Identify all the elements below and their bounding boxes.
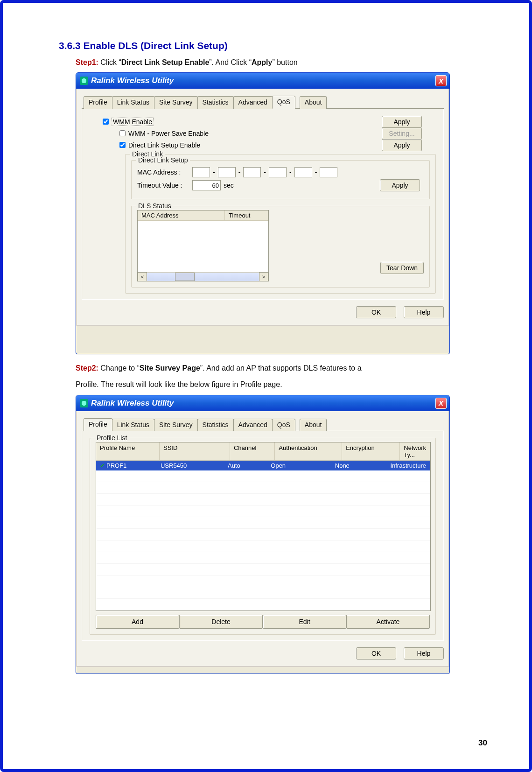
- profile-table-header: Profile Name SSID Channel Authentication…: [96, 442, 430, 461]
- wmm-apply-button[interactable]: Apply: [382, 116, 422, 128]
- wmm-enable-row: WMM Enable Apply: [101, 117, 436, 126]
- wmm-ps-label: WMM - Power Save Enable: [128, 130, 209, 137]
- tab-qos[interactable]: QoS: [272, 96, 295, 109]
- dls-status-body: [138, 221, 268, 272]
- profile-list-group: Profile List Profile Name SSID Channel A…: [90, 438, 436, 635]
- col-profile-name[interactable]: Profile Name: [96, 442, 160, 460]
- wmm-ps-checkbox[interactable]: [119, 130, 126, 136]
- tab-site-survey[interactable]: Site Survey: [154, 96, 198, 109]
- col-ssid[interactable]: SSID: [160, 442, 230, 460]
- timeout-label: Timeout Value :: [137, 182, 189, 189]
- edit-button[interactable]: Edit: [263, 615, 346, 629]
- mac-4-input[interactable]: [269, 167, 287, 177]
- tab-statistics[interactable]: Statistics: [197, 419, 234, 431]
- help-button[interactable]: Help: [404, 306, 444, 318]
- tab-link-status[interactable]: Link Status: [112, 419, 154, 431]
- tab-advanced[interactable]: Advanced: [233, 419, 273, 431]
- profile-table[interactable]: Profile Name SSID Channel Authentication…: [96, 442, 431, 611]
- step2-text: Step2: Change to “Site Survey Page”. And…: [76, 362, 487, 374]
- close-button[interactable]: X: [435, 398, 447, 409]
- mac-6-input[interactable]: [320, 167, 337, 177]
- mac-address-label: MAC Address :: [137, 168, 189, 176]
- mac-5-input[interactable]: [294, 167, 312, 177]
- direct-link-setup-group: Direct Link Setup MAC Address : - - - - …: [131, 160, 430, 199]
- dls-apply-button[interactable]: Apply: [382, 139, 422, 151]
- step1-text: Step1: Click “Direct Link Setup Enable”.…: [76, 56, 487, 69]
- window-title: Ralink Wireless Utility: [91, 76, 174, 85]
- tab-profile[interactable]: Profile: [84, 96, 112, 109]
- wmm-enable-label: WMM Enable: [112, 118, 154, 126]
- step2-label: Step2:: [76, 364, 98, 372]
- close-button[interactable]: X: [435, 75, 447, 86]
- col-encryption[interactable]: Encryption: [342, 442, 400, 460]
- wmm-enable-checkbox[interactable]: [103, 119, 109, 125]
- ok-button[interactable]: OK: [356, 306, 396, 318]
- wmm-ps-row: WMM - Power Save Enable Setting...: [118, 129, 436, 138]
- dls-enable-checkbox[interactable]: [119, 142, 126, 148]
- tab-about[interactable]: About: [300, 96, 327, 109]
- titlebar: Ralink Wireless Utility X: [76, 395, 449, 411]
- direct-link-group: Direct Link Direct Link Setup MAC Addres…: [125, 154, 436, 294]
- dls-scrollbar[interactable]: < >: [138, 272, 268, 281]
- timeout-row: Timeout Value : sec Apply: [137, 180, 424, 190]
- mac-2-input[interactable]: [218, 167, 236, 177]
- setting-button: Setting...: [382, 127, 422, 140]
- add-button[interactable]: Add: [96, 615, 179, 629]
- tab-about[interactable]: About: [300, 419, 327, 431]
- profile-buttons: Add Delete Edit Activate: [96, 615, 430, 629]
- dls-enable-row: Direct Link Setup Enable Apply: [118, 140, 436, 149]
- dls-enable-label: Direct Link Setup Enable: [128, 141, 200, 149]
- col-authentication[interactable]: Authentication: [275, 442, 342, 460]
- dls-col-timeout[interactable]: Timeout: [225, 211, 268, 220]
- mac-1-input[interactable]: [192, 167, 210, 177]
- window-title: Ralink Wireless Utility: [91, 399, 174, 408]
- dls-status-group: DLS Status MAC Address Timeout < >: [131, 206, 430, 288]
- col-network-type[interactable]: Network Ty...: [400, 442, 430, 460]
- dialog-buttons: OK Help: [82, 306, 444, 318]
- qos-panel: WMM Enable Apply WMM - Power Save Enable…: [82, 109, 444, 300]
- tab-statistics[interactable]: Statistics: [197, 96, 234, 109]
- ralink-utility-window-qos: Ralink Wireless Utility X Profile Link S…: [76, 72, 450, 354]
- tab-site-survey[interactable]: Site Survey: [154, 419, 198, 431]
- dls-col-mac[interactable]: MAC Address: [138, 211, 225, 220]
- tear-down-button[interactable]: Tear Down: [380, 262, 424, 274]
- ralink-utility-window-profile: Ralink Wireless Utility X Profile Link S…: [76, 395, 450, 674]
- tab-profile[interactable]: Profile: [84, 418, 112, 431]
- timeout-apply-button[interactable]: Apply: [380, 179, 420, 191]
- app-icon: [80, 399, 88, 407]
- scroll-thumb[interactable]: [175, 273, 195, 281]
- profile-row-selected[interactable]: ✔PROF1 USR5450 Auto Open None Infrastruc…: [96, 461, 430, 470]
- ok-button[interactable]: OK: [356, 647, 396, 660]
- close-icon: X: [439, 77, 443, 85]
- activate-button[interactable]: Activate: [346, 615, 430, 629]
- tab-strip: Profile Link Status Site Survey Statisti…: [82, 418, 444, 431]
- mac-3-input[interactable]: [243, 167, 261, 177]
- close-icon: X: [439, 399, 443, 407]
- col-channel[interactable]: Channel: [230, 442, 275, 460]
- mac-address-row: MAC Address : - - - - -: [137, 167, 424, 177]
- scroll-track[interactable]: [147, 273, 259, 281]
- scroll-left-button[interactable]: <: [138, 272, 147, 281]
- titlebar: Ralink Wireless Utility X: [76, 73, 449, 89]
- window-body: Profile Link Status Site Survey Statisti…: [76, 89, 449, 326]
- dls-setup-group-title: Direct Link Setup: [136, 156, 190, 164]
- step1-label: Step1:: [76, 58, 98, 66]
- timeout-value-input[interactable]: [192, 180, 221, 190]
- check-icon: ✔: [100, 462, 105, 469]
- document-page: 3.6.3 Enable DLS (Direct Link Setup) Ste…: [0, 0, 532, 772]
- window-body: Profile Link Status Site Survey Statisti…: [76, 411, 449, 667]
- tab-advanced[interactable]: Advanced: [233, 96, 273, 109]
- dls-status-list[interactable]: MAC Address Timeout < >: [137, 210, 269, 281]
- tab-qos[interactable]: QoS: [272, 419, 295, 431]
- profile-table-empty: [96, 470, 430, 611]
- delete-button[interactable]: Delete: [179, 615, 263, 629]
- tab-link-status[interactable]: Link Status: [112, 96, 154, 109]
- timeout-unit: sec: [224, 182, 234, 189]
- section-heading: 3.6.3 Enable DLS (Direct Link Setup): [59, 40, 487, 51]
- step2-text-line2: Profile. The result will look like the b…: [76, 378, 487, 391]
- dls-status-group-title: DLS Status: [136, 202, 173, 210]
- app-icon: [80, 77, 88, 85]
- dialog-buttons: OK Help: [82, 647, 444, 660]
- help-button[interactable]: Help: [404, 647, 444, 660]
- scroll-right-button[interactable]: >: [259, 272, 268, 281]
